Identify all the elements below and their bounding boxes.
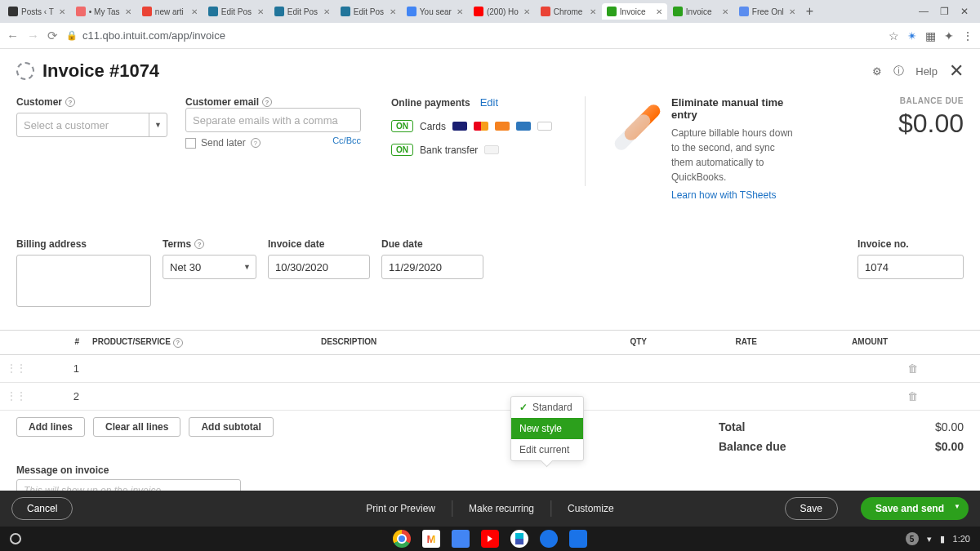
close-icon[interactable]: ✕: [722, 7, 728, 16]
menu-icon[interactable]: ⋮: [962, 29, 973, 42]
lock-icon: 🔒: [66, 30, 78, 41]
play-app-icon[interactable]: [510, 530, 528, 548]
close-icon[interactable]: ✕: [590, 7, 596, 16]
tab-editpost3[interactable]: Edit Pos✕: [336, 3, 401, 20]
close-icon[interactable]: ✕: [125, 7, 131, 16]
bank-toggle[interactable]: ON: [391, 144, 413, 156]
gear-icon[interactable]: ⚙: [872, 65, 882, 78]
make-recurring-link[interactable]: Make recurring: [469, 503, 534, 514]
info-icon[interactable]: ?: [262, 97, 272, 107]
maximize-icon[interactable]: ❐: [940, 6, 949, 17]
edit-payments-link[interactable]: Edit: [480, 96, 498, 109]
new-tab-button[interactable]: +: [801, 2, 818, 20]
info-icon[interactable]: ?: [173, 338, 183, 348]
youtube-app-icon[interactable]: [481, 530, 499, 548]
extension-box-icon[interactable]: ▦: [925, 29, 936, 42]
trash-icon[interactable]: 🗑: [894, 362, 931, 375]
dropdown-item-editcurrent[interactable]: Edit current: [511, 439, 583, 460]
extensions-icon[interactable]: ✦: [944, 29, 954, 42]
col-rate: RATE: [653, 337, 764, 348]
table-row[interactable]: ⋮⋮ 2 🗑: [0, 383, 980, 411]
tab-editpost2[interactable]: Edit Pos✕: [270, 3, 335, 20]
url-display[interactable]: 🔒 c11.qbo.intuit.com/app/invoice: [66, 29, 225, 42]
save-send-button[interactable]: Save and send: [861, 497, 969, 520]
docs-app-icon[interactable]: [452, 530, 470, 548]
close-icon[interactable]: ✕: [59, 7, 65, 16]
tab-mytasks[interactable]: • My Tas✕: [71, 3, 136, 20]
due-date-input[interactable]: 11/29/2020: [381, 255, 483, 279]
customize-link[interactable]: Customize: [568, 503, 614, 514]
add-subtotal-button[interactable]: Add subtotal: [189, 417, 273, 437]
tab-freeonline[interactable]: Free Onl✕: [734, 3, 800, 20]
terms-select[interactable]: Net 30 ▼: [163, 255, 256, 279]
close-icon[interactable]: ✕: [390, 7, 396, 16]
page-title: Invoice #1074: [42, 60, 159, 82]
close-icon[interactable]: ✕: [789, 7, 795, 16]
close-icon[interactable]: ✕: [457, 7, 463, 16]
invoice-no-input[interactable]: 1074: [858, 255, 964, 279]
tab-invoice2[interactable]: Invoice✕: [668, 3, 733, 20]
email-input[interactable]: Separate emails with a comma: [185, 108, 361, 132]
invoice-date-input[interactable]: 10/30/2020: [268, 255, 370, 279]
promo-link[interactable]: Learn how with TSheets: [671, 189, 794, 201]
files-app-icon[interactable]: [569, 530, 587, 548]
forward-icon[interactable]: →: [27, 29, 39, 42]
trash-icon[interactable]: 🗑: [894, 390, 931, 402]
launcher-icon[interactable]: [10, 533, 21, 544]
mastercard-icon: [474, 122, 488, 131]
clear-lines-button[interactable]: Clear all lines: [93, 417, 180, 437]
bank-label: Bank transfer: [420, 144, 478, 156]
dropdown-item-standard[interactable]: Standard: [511, 397, 583, 418]
close-icon[interactable]: ✕: [323, 7, 330, 16]
cards-toggle[interactable]: ON: [391, 120, 413, 132]
save-button[interactable]: Save: [785, 497, 838, 520]
info-icon[interactable]: ?: [194, 239, 204, 249]
minimize-icon[interactable]: —: [919, 6, 929, 17]
tab-editpost1[interactable]: Edit Pos✕: [203, 3, 269, 20]
info-icon[interactable]: ?: [65, 97, 75, 107]
tab-gmail[interactable]: new arti✕: [137, 3, 203, 20]
promo-body: Capture billable hours down to the secon…: [671, 126, 794, 184]
close-icon[interactable]: ✕: [656, 7, 662, 16]
help-icon[interactable]: ⓘ: [893, 64, 904, 78]
customer-select[interactable]: Select a customer ▼: [16, 113, 167, 137]
star-icon[interactable]: ☆: [889, 29, 899, 42]
tab-invoice-active[interactable]: Invoice✕: [602, 3, 667, 20]
billing-address-input[interactable]: [16, 255, 151, 307]
chevron-down-icon[interactable]: ▼: [149, 113, 167, 136]
close-icon[interactable]: ✕: [523, 7, 530, 16]
tab-posts[interactable]: Posts ‹ T✕: [3, 3, 70, 20]
wifi-icon[interactable]: ▾: [927, 534, 932, 544]
clock[interactable]: 1:20: [953, 534, 970, 544]
help-link[interactable]: Help: [915, 65, 938, 78]
gmail-app-icon[interactable]: [422, 530, 440, 548]
battery-icon[interactable]: ▮: [940, 534, 945, 544]
close-window-icon[interactable]: ✕: [960, 6, 969, 17]
ccbcc-link[interactable]: Cc/Bcc: [332, 136, 361, 145]
reload-icon[interactable]: ⟳: [47, 29, 58, 43]
tab-youtube[interactable]: (200) Ho✕: [469, 3, 535, 20]
back-icon[interactable]: ←: [7, 29, 19, 42]
tab-yousearch[interactable]: You sear✕: [402, 3, 468, 20]
info-icon[interactable]: ?: [251, 138, 261, 148]
table-row[interactable]: ⋮⋮ 1 🗑: [0, 355, 980, 383]
add-lines-button[interactable]: Add lines: [16, 417, 85, 437]
messages-app-icon[interactable]: [540, 530, 558, 548]
chrome-app-icon[interactable]: [393, 530, 411, 548]
history-icon[interactable]: [16, 62, 34, 80]
drag-handle-icon[interactable]: ⋮⋮: [0, 390, 33, 402]
amex-icon: [516, 122, 531, 131]
notification-badge[interactable]: 5: [906, 532, 919, 545]
divider: [550, 500, 551, 517]
send-later-checkbox[interactable]: [185, 138, 196, 149]
drag-handle-icon[interactable]: ⋮⋮: [0, 362, 33, 374]
close-icon[interactable]: ✕: [257, 7, 264, 16]
cancel-button[interactable]: Cancel: [11, 497, 73, 520]
extension-icon[interactable]: ✴: [907, 29, 917, 42]
close-icon[interactable]: ✕: [191, 7, 198, 16]
print-preview-link[interactable]: Print or Preview: [366, 503, 435, 514]
tab-chrome[interactable]: Chrome✕: [536, 3, 601, 20]
close-panel-icon[interactable]: ✕: [949, 60, 964, 82]
send-later-label: Send later: [201, 137, 246, 149]
dropdown-item-newstyle[interactable]: New style: [511, 418, 583, 439]
